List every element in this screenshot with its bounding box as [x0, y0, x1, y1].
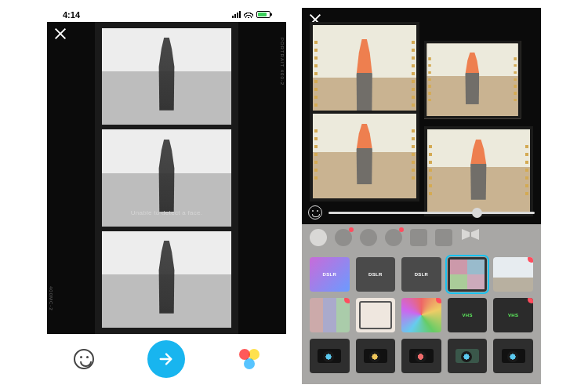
wifi-icon: [244, 11, 253, 18]
arrow-right-icon: [158, 350, 175, 368]
preset-label: DSLR: [415, 272, 429, 277]
photo-frame[interactable]: [102, 231, 231, 328]
preset-vhs-2[interactable]: VHS: [493, 298, 533, 332]
preset-cam-5[interactable]: [493, 339, 533, 373]
photo-frame[interactable]: [102, 28, 231, 125]
edit-canvas[interactable]: [302, 8, 541, 224]
tool-magic[interactable]: [360, 229, 377, 246]
cellular-icon: [232, 11, 241, 18]
photo-frame[interactable]: [310, 111, 419, 201]
bottom-toolbar: [47, 334, 286, 384]
preset-cam-3[interactable]: [401, 339, 441, 373]
phone-right: DSLRDSLRDSLRVHSVHS: [302, 8, 541, 384]
edit-canvas[interactable]: PORTRAIT 400-2 400MC-2 Unable to detect …: [47, 22, 286, 335]
film-label-left: 400MC-2: [49, 286, 53, 311]
face-icon[interactable]: [308, 205, 322, 220]
film-label-right: PORTRAIT 400-2: [280, 38, 285, 85]
intensity-slider-row: [308, 204, 535, 221]
slider-thumb[interactable]: [472, 208, 482, 218]
status-indicators: [232, 11, 270, 18]
photo-frame[interactable]: [424, 126, 534, 216]
tool-camera[interactable]: [410, 229, 427, 246]
preset-wide[interactable]: [493, 257, 533, 292]
preset-paint[interactable]: [401, 298, 441, 332]
preset-dslr-purple[interactable]: DSLR: [310, 257, 350, 292]
preset-vhs-1[interactable]: VHS: [448, 298, 488, 332]
film-strip: [95, 22, 238, 335]
preset-cam-2[interactable]: [356, 339, 396, 373]
tool-sparkle[interactable]: [385, 229, 402, 246]
notify-dot-icon: [349, 227, 354, 232]
stickers-button[interactable]: [74, 349, 94, 369]
status-bar: 4:14: [47, 8, 286, 22]
photo-frame[interactable]: [424, 41, 521, 118]
tool-collage[interactable]: [435, 229, 452, 246]
preset-label: DSLR: [368, 272, 383, 277]
next-button[interactable]: [147, 340, 185, 378]
preset-dslr-2[interactable]: DSLR: [401, 257, 441, 292]
preset-crt[interactable]: [356, 298, 396, 332]
preset-label: DSLR: [323, 272, 337, 277]
notify-dot-icon: [399, 227, 404, 232]
notify-dot-icon: [344, 298, 350, 303]
preset-grid: DSLRDSLRDSLRVHSVHS: [302, 251, 541, 384]
status-time: 4:14: [63, 10, 80, 20]
phone-left: 4:14 PORTRAIT 400-2 400MC-2 Unable to de…: [47, 8, 286, 384]
tool-beauty[interactable]: [335, 229, 352, 246]
preset-label: VHS: [508, 313, 518, 318]
intensity-slider[interactable]: [328, 212, 535, 214]
preset-cam-1[interactable]: [310, 339, 350, 373]
preset-film-quad[interactable]: [448, 257, 488, 292]
preset-retro-strip[interactable]: [310, 298, 350, 332]
notify-dot-icon: [528, 257, 533, 263]
notify-dot-icon: [436, 298, 441, 303]
tool-row: [302, 224, 541, 251]
close-icon[interactable]: [53, 27, 67, 41]
preset-label: VHS: [462, 313, 472, 318]
preset-dslr-1[interactable]: DSLR: [356, 257, 396, 292]
overlay-message: Unable to detect a face.: [47, 209, 286, 216]
tool-stickers[interactable]: [310, 229, 327, 246]
filters-button[interactable]: [239, 349, 260, 369]
tool-frames[interactable]: [460, 229, 481, 246]
preset-cam-4[interactable]: [448, 339, 488, 373]
notify-dot-icon: [528, 298, 533, 303]
battery-icon: [256, 11, 270, 18]
